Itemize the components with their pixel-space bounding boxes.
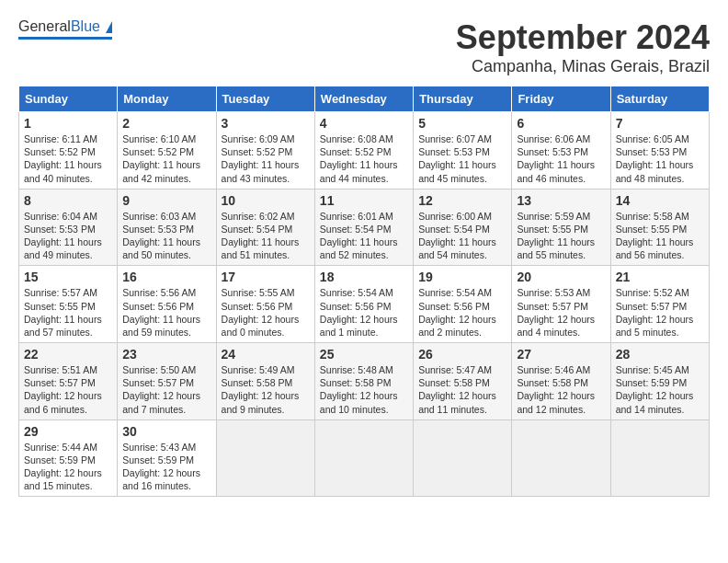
day-number: 5 [418,116,506,131]
calendar-day-cell: 14Sunrise: 5:58 AMSunset: 5:55 PMDayligh… [610,189,709,266]
day-details: Sunrise: 5:56 AMSunset: 5:56 PMDaylight:… [122,287,200,338]
calendar-week-row: 1Sunrise: 6:11 AMSunset: 5:52 PMDaylight… [19,112,710,190]
day-details: Sunrise: 5:55 AMSunset: 5:56 PMDaylight:… [222,287,300,338]
day-details: Sunrise: 5:46 AMSunset: 5:58 PMDaylight:… [517,364,595,415]
day-details: Sunrise: 5:49 AMSunset: 5:58 PMDaylight:… [222,364,300,415]
day-number: 24 [222,347,310,362]
day-number: 21 [616,270,704,284]
calendar-day-cell: 30Sunrise: 5:43 AMSunset: 5:59 PMDayligh… [118,419,216,497]
logo-general-text: General [18,18,71,34]
calendar-day-cell [414,419,512,497]
day-details: Sunrise: 6:04 AMSunset: 5:53 PMDaylight:… [24,211,102,261]
calendar-day-cell: 11Sunrise: 6:01 AMSunset: 5:54 PMDayligh… [314,189,413,266]
day-details: Sunrise: 6:00 AMSunset: 5:54 PMDaylight:… [418,211,496,261]
calendar-day-cell: 2Sunrise: 6:10 AMSunset: 5:52 PMDaylight… [118,112,216,190]
day-details: Sunrise: 6:06 AMSunset: 5:53 PMDaylight:… [517,133,595,184]
calendar-week-row: 15Sunrise: 5:57 AMSunset: 5:55 PMDayligh… [19,266,710,343]
title-block: September 2024 Campanha, Minas Gerais, B… [456,18,710,76]
calendar-body: 1Sunrise: 6:11 AMSunset: 5:52 PMDaylight… [19,112,710,497]
day-details: Sunrise: 5:44 AMSunset: 5:59 PMDaylight:… [24,442,102,492]
day-number: 23 [122,347,210,362]
calendar-day-cell: 6Sunrise: 6:06 AMSunset: 5:53 PMDaylight… [512,112,610,190]
weekday-header-cell: Wednesday [314,86,413,112]
calendar-day-cell: 7Sunrise: 6:05 AMSunset: 5:53 PMDaylight… [610,112,709,190]
day-number: 6 [517,116,605,131]
day-number: 10 [222,193,310,208]
calendar-day-cell: 21Sunrise: 5:52 AMSunset: 5:57 PMDayligh… [610,266,709,343]
location-title: Campanha, Minas Gerais, Brazil [456,57,710,76]
calendar-day-cell: 4Sunrise: 6:08 AMSunset: 5:52 PMDaylight… [314,112,413,190]
day-number: 28 [616,347,704,362]
calendar-day-cell: 15Sunrise: 5:57 AMSunset: 5:55 PMDayligh… [19,266,118,343]
weekday-header-cell: Tuesday [216,86,314,112]
calendar-day-cell: 3Sunrise: 6:09 AMSunset: 5:52 PMDaylight… [216,112,314,190]
calendar-week-row: 8Sunrise: 6:04 AMSunset: 5:53 PMDaylight… [19,189,710,266]
day-details: Sunrise: 5:58 AMSunset: 5:55 PMDaylight:… [616,211,694,261]
logo-blue-text: Blue [71,18,100,34]
day-number: 29 [24,424,112,439]
day-details: Sunrise: 5:43 AMSunset: 5:59 PMDaylight:… [122,442,200,492]
logo: GeneralBlue [18,18,112,40]
calendar-week-row: 29Sunrise: 5:44 AMSunset: 5:59 PMDayligh… [19,419,710,497]
calendar-day-cell: 9Sunrise: 6:03 AMSunset: 5:53 PMDaylight… [118,189,216,266]
day-details: Sunrise: 6:08 AMSunset: 5:52 PMDaylight:… [320,133,398,184]
day-number: 15 [24,270,112,284]
day-details: Sunrise: 6:01 AMSunset: 5:54 PMDaylight:… [320,211,398,261]
day-number: 14 [616,193,704,208]
calendar-day-cell: 8Sunrise: 6:04 AMSunset: 5:53 PMDaylight… [19,189,118,266]
calendar-day-cell: 26Sunrise: 5:47 AMSunset: 5:58 PMDayligh… [414,343,512,420]
logo-triangle-icon [106,21,112,33]
calendar-day-cell: 22Sunrise: 5:51 AMSunset: 5:57 PMDayligh… [19,343,118,420]
calendar-day-cell [610,419,709,497]
day-number: 11 [320,193,408,208]
day-details: Sunrise: 5:51 AMSunset: 5:57 PMDaylight:… [24,364,102,415]
calendar-day-cell: 13Sunrise: 5:59 AMSunset: 5:55 PMDayligh… [512,189,610,266]
day-details: Sunrise: 5:45 AMSunset: 5:59 PMDaylight:… [616,364,694,415]
day-number: 7 [616,116,704,131]
day-number: 20 [517,270,605,284]
day-details: Sunrise: 6:11 AMSunset: 5:52 PMDaylight:… [24,133,102,184]
day-details: Sunrise: 6:07 AMSunset: 5:53 PMDaylight:… [418,133,496,184]
calendar-day-cell [216,419,314,497]
weekday-header-cell: Sunday [19,86,118,112]
calendar-day-cell: 24Sunrise: 5:49 AMSunset: 5:58 PMDayligh… [216,343,314,420]
day-number: 3 [222,116,310,131]
calendar-day-cell: 16Sunrise: 5:56 AMSunset: 5:56 PMDayligh… [118,266,216,343]
calendar-day-cell: 12Sunrise: 6:00 AMSunset: 5:54 PMDayligh… [414,189,512,266]
calendar-day-cell: 1Sunrise: 6:11 AMSunset: 5:52 PMDaylight… [19,112,118,190]
calendar-day-cell: 29Sunrise: 5:44 AMSunset: 5:59 PMDayligh… [19,419,118,497]
day-details: Sunrise: 5:57 AMSunset: 5:55 PMDaylight:… [24,287,102,338]
day-number: 25 [320,347,408,362]
day-number: 17 [222,270,310,284]
day-number: 26 [418,347,506,362]
weekday-header-cell: Thursday [414,86,512,112]
day-number: 19 [418,270,506,284]
calendar-day-cell: 28Sunrise: 5:45 AMSunset: 5:59 PMDayligh… [610,343,709,420]
calendar-day-cell: 18Sunrise: 5:54 AMSunset: 5:56 PMDayligh… [314,266,413,343]
day-details: Sunrise: 6:03 AMSunset: 5:53 PMDaylight:… [122,211,200,261]
calendar-table: SundayMondayTuesdayWednesdayThursdayFrid… [18,86,710,497]
day-details: Sunrise: 5:53 AMSunset: 5:57 PMDaylight:… [517,287,595,338]
day-number: 18 [320,270,408,284]
month-title: September 2024 [456,18,710,57]
day-number: 1 [24,116,112,131]
day-details: Sunrise: 5:48 AMSunset: 5:58 PMDaylight:… [320,364,398,415]
day-details: Sunrise: 6:02 AMSunset: 5:54 PMDaylight:… [222,211,300,261]
calendar-day-cell: 19Sunrise: 5:54 AMSunset: 5:56 PMDayligh… [414,266,512,343]
calendar-day-cell [314,419,413,497]
day-number: 2 [122,116,210,131]
calendar-day-cell: 27Sunrise: 5:46 AMSunset: 5:58 PMDayligh… [512,343,610,420]
calendar-day-cell: 17Sunrise: 5:55 AMSunset: 5:56 PMDayligh… [216,266,314,343]
day-number: 8 [24,193,112,208]
day-number: 27 [517,347,605,362]
day-details: Sunrise: 5:52 AMSunset: 5:57 PMDaylight:… [616,287,694,338]
logo-underline [18,37,112,40]
weekday-header-cell: Saturday [610,86,709,112]
calendar-day-cell: 20Sunrise: 5:53 AMSunset: 5:57 PMDayligh… [512,266,610,343]
calendar-day-cell: 25Sunrise: 5:48 AMSunset: 5:58 PMDayligh… [314,343,413,420]
day-details: Sunrise: 6:05 AMSunset: 5:53 PMDaylight:… [616,133,694,184]
day-details: Sunrise: 5:50 AMSunset: 5:57 PMDaylight:… [122,364,200,415]
day-number: 4 [320,116,408,131]
weekday-header-cell: Monday [118,86,216,112]
calendar-day-cell: 5Sunrise: 6:07 AMSunset: 5:53 PMDaylight… [414,112,512,190]
